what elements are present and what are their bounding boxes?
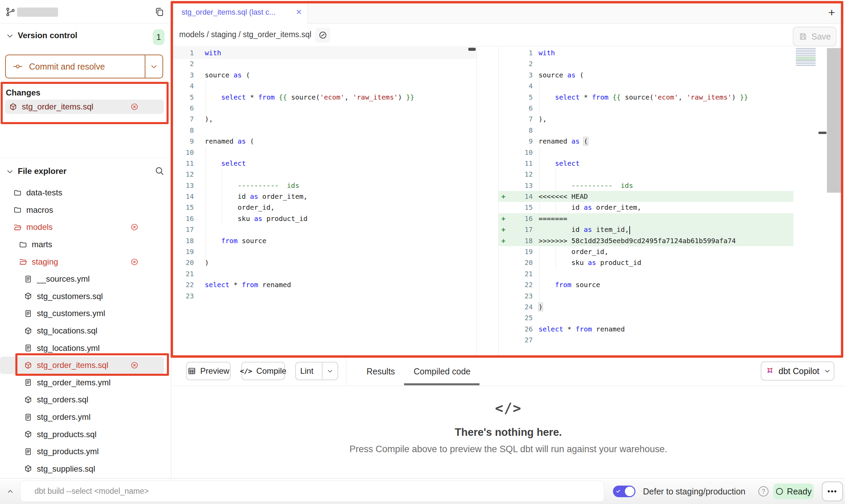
file-tree-item-models[interactable]: models xyxy=(0,219,164,236)
code-line[interactable]: 16 sku as product_id xyxy=(172,213,476,224)
right-pane-scrollbar[interactable] xyxy=(827,48,842,193)
file-tree-item-stg_order_items.sql[interactable]: stg_order_items.sql xyxy=(0,357,164,374)
file-tree-item-marts[interactable]: marts xyxy=(0,236,164,253)
code-line[interactable]: 3source as ( xyxy=(172,70,476,80)
code-line[interactable]: +14<<<<<<< HEAD xyxy=(499,191,844,202)
file-tree-item-stg_supplies.sql[interactable]: stg_supplies.sql xyxy=(0,460,164,478)
commit-and-resolve-button[interactable]: Commit and resolve xyxy=(5,55,163,78)
diff-left-pane[interactable]: 1with23source as (45 select * from {{ so… xyxy=(172,46,477,355)
preview-button[interactable]: Preview xyxy=(186,362,231,380)
file-tree-item-__sources.yml[interactable]: __sources.yml xyxy=(0,270,164,288)
save-button[interactable]: Save xyxy=(793,27,836,46)
tab-compiled-code[interactable]: Compiled code xyxy=(414,367,471,376)
code-line[interactable]: 21 xyxy=(172,268,476,279)
code-line[interactable]: 15 order_id, xyxy=(172,202,476,213)
file-tree-item-stg_customers.sql[interactable]: stg_customers.sql xyxy=(0,288,164,305)
file-tree-item-stg_products.sql[interactable]: stg_products.sql xyxy=(0,426,164,443)
status-badge[interactable]: Ready xyxy=(773,484,814,499)
code-line[interactable]: 14 id as order_item, xyxy=(172,191,476,202)
defer-toggle[interactable] xyxy=(613,486,635,497)
lint-button[interactable]: Lint xyxy=(295,362,338,380)
code-line[interactable]: +16======= xyxy=(499,213,844,224)
code-line[interactable]: 5 select * from {{ source('ecom', 'raw_i… xyxy=(172,92,476,103)
code-line[interactable]: 2 xyxy=(172,58,476,69)
code-line[interactable]: 7), xyxy=(172,114,476,124)
code-line[interactable]: 6 xyxy=(172,103,476,114)
code-line[interactable]: 1with xyxy=(499,47,844,58)
code-line[interactable]: 26select * from renamed xyxy=(499,324,844,335)
discard-change-icon[interactable] xyxy=(130,223,139,231)
minimap[interactable] xyxy=(796,48,816,66)
version-control-section-header[interactable]: Version control 1 xyxy=(0,29,171,43)
code-line[interactable]: 22 from source xyxy=(499,279,844,290)
code-line[interactable]: 10 xyxy=(172,147,476,158)
code-line[interactable]: 4 xyxy=(499,80,844,91)
code-line[interactable]: 12 xyxy=(172,169,476,180)
code-line[interactable]: 27 xyxy=(499,335,844,345)
code-line[interactable]: 20) xyxy=(172,257,476,268)
tab-results[interactable]: Results xyxy=(367,367,395,376)
code-line[interactable]: 11 select xyxy=(172,158,476,169)
code-line[interactable]: 23 xyxy=(172,291,476,301)
code-line[interactable]: 25 xyxy=(499,312,844,323)
changed-file-row[interactable]: stg_order_items.sql xyxy=(5,100,164,114)
discard-change-icon[interactable] xyxy=(130,258,139,266)
search-icon[interactable] xyxy=(154,166,164,176)
file-tree-item-stg_orders.sql[interactable]: stg_orders.sql xyxy=(0,391,164,409)
file-tree-item-stg_customers.yml[interactable]: stg_customers.yml xyxy=(0,305,164,322)
scrollbar-handle[interactable] xyxy=(818,132,827,134)
tab-stg-order-items[interactable]: stg_order_items.sql (last c... ✕ xyxy=(174,0,308,24)
commit-options-dropdown[interactable] xyxy=(145,55,162,78)
copy-files-icon[interactable] xyxy=(154,7,164,17)
code-line[interactable]: 22select * from renamed xyxy=(172,279,476,290)
code-line[interactable]: 13 ---------- ids xyxy=(172,180,476,191)
dbt-command-input[interactable]: dbt build --select <model_name> xyxy=(20,480,604,502)
dbt-copilot-button[interactable]: dbt Copilot xyxy=(761,361,834,381)
code-line[interactable]: +18>>>>>>> 58c1dd23d5eebd9cd2495fa7124ab… xyxy=(499,235,844,246)
code-line[interactable]: 3source as ( xyxy=(499,70,844,80)
code-line[interactable]: 4 xyxy=(172,80,476,91)
lint-options-dropdown[interactable] xyxy=(322,362,338,380)
code-line[interactable]: 13 ---------- ids xyxy=(499,180,844,191)
code-line[interactable]: +17 id as item_id, xyxy=(499,224,844,235)
code-line[interactable]: 9renamed as ( xyxy=(172,136,476,147)
diff-right-pane[interactable]: 1with23source as (45 select * from {{ so… xyxy=(498,46,844,355)
code-line[interactable]: 8 xyxy=(499,125,844,136)
code-line[interactable]: 18 from source xyxy=(172,235,476,246)
compile-button[interactable]: </> Compile xyxy=(241,362,285,380)
code-line[interactable]: 7), xyxy=(499,114,844,124)
code-line[interactable]: 15 id as order_item, xyxy=(499,202,844,213)
file-tree-item-macros[interactable]: macros xyxy=(0,202,164,219)
file-tree-item-data-tests[interactable]: data-tests xyxy=(0,184,164,202)
file-tree-item-stg_locations.sql[interactable]: stg_locations.sql xyxy=(0,322,164,340)
code-line[interactable]: 21 xyxy=(499,268,844,279)
code-line[interactable]: 5 select * from {{ source('ecom', 'raw_i… xyxy=(499,92,844,103)
help-icon[interactable]: ? xyxy=(758,486,769,496)
code-line[interactable]: 23 xyxy=(499,291,844,301)
file-tree-item-staging[interactable]: staging xyxy=(0,253,164,270)
discard-change-icon[interactable] xyxy=(130,361,139,369)
code-line[interactable]: 19 xyxy=(172,246,476,257)
code-line[interactable]: 8 xyxy=(172,125,476,136)
code-line[interactable]: 17 xyxy=(172,224,476,235)
code-line[interactable]: 6 xyxy=(499,103,844,114)
code-line[interactable]: 12 xyxy=(499,169,844,180)
file-tree-item-stg_products.yml[interactable]: stg_products.yml xyxy=(0,443,164,460)
code-line[interactable]: 2 xyxy=(499,58,844,69)
lineage-button[interactable] xyxy=(315,28,330,43)
chevron-up-icon[interactable] xyxy=(5,486,16,497)
file-tree-item-stg_order_items.yml[interactable]: stg_order_items.yml xyxy=(0,374,164,391)
code-line[interactable]: 19 order_id, xyxy=(499,246,844,257)
code-line[interactable]: 9renamed as ( xyxy=(499,136,844,147)
code-line[interactable]: 10 xyxy=(499,147,844,158)
code-line[interactable]: 11 select xyxy=(499,158,844,169)
code-line[interactable]: 1with xyxy=(172,47,476,58)
code-line[interactable]: 20 sku as product_id xyxy=(499,257,844,268)
discard-change-icon[interactable] xyxy=(130,103,139,111)
file-tree-item-stg_orders.yml[interactable]: stg_orders.yml xyxy=(0,409,164,426)
file-tree-item-stg_locations.yml[interactable]: stg_locations.yml xyxy=(0,339,164,357)
left-pane-scrollbar[interactable] xyxy=(468,48,476,51)
close-tab-icon[interactable]: ✕ xyxy=(296,8,302,17)
new-tab-button[interactable]: + xyxy=(824,5,839,20)
more-options-button[interactable]: ••• xyxy=(822,481,843,501)
